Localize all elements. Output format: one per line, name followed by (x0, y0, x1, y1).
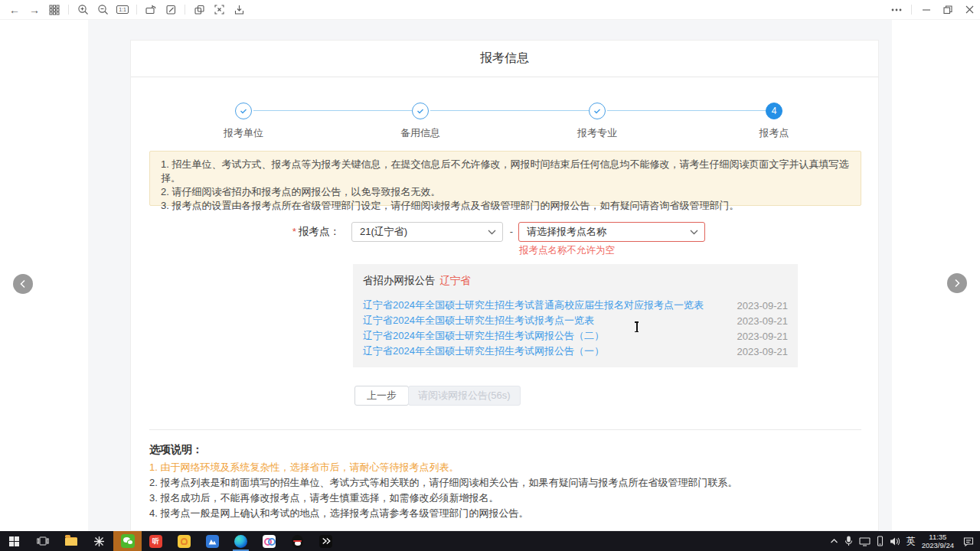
option-note: 2. 报考点列表是和前面填写的招生单位、考试方式等相关联的，请仔细阅读相关公告，… (149, 475, 861, 491)
exam-site-error: 报考点名称不允许为空 (519, 244, 615, 257)
next-image-button[interactable] (947, 273, 967, 293)
announcement-date: 2023-09-21 (737, 315, 789, 327)
taskbar: 听 (0, 531, 980, 551)
close-icon[interactable] (959, 1, 980, 19)
section-divider (149, 429, 861, 430)
chevron-right-icon (953, 279, 961, 288)
step-1-label: 报考单位 (198, 126, 289, 140)
step-3-check-icon (589, 103, 606, 119)
thumbnails-icon[interactable] (44, 2, 64, 18)
province-select-value: 21(辽宁省) (360, 225, 407, 239)
chevron-down-icon (690, 230, 698, 235)
stepper: 报考单位 备用信息 报考专业 4 (131, 77, 878, 151)
taskbar-apps: 听 (0, 531, 340, 551)
announcement-date: 2023-09-21 (737, 300, 789, 311)
announcements-list: 辽宁省2024年全国硕士研究生招生考试普通高校应届生报名对应报考点一览表 202… (363, 298, 788, 359)
system-tray: 英 11:35 2023/9/24 (830, 531, 980, 551)
task-view-icon (37, 536, 49, 546)
page-title: 报考信息 (480, 51, 529, 67)
announcements-heading: 省招办网报公告辽宁省 (363, 273, 788, 288)
minimize-icon[interactable] (916, 1, 937, 19)
edit-icon[interactable] (161, 2, 181, 18)
announcement-link[interactable]: 辽宁省2024年全国硕士研究生招生考试报考点一览表 (363, 314, 594, 328)
read-announcement-countdown-button: 请阅读网报公告(56s) (408, 386, 521, 406)
exam-site-select[interactable]: 请选择报考点名称 (518, 222, 705, 242)
file-explorer-button[interactable] (57, 531, 85, 551)
rings-app-button[interactable] (255, 531, 283, 551)
previous-step-button[interactable]: 上一步 (354, 386, 409, 406)
mountain-app-button[interactable] (198, 531, 227, 551)
capcut-button[interactable] (312, 531, 340, 551)
listen-app-icon: 听 (149, 535, 162, 548)
step-2-check-icon (412, 103, 429, 119)
forward-icon[interactable]: → (24, 2, 44, 18)
notice-box: 1. 招生单位、考试方式、报考点等为报考关键信息，在提交信息后不允许修改，网报时… (149, 151, 861, 206)
back-icon[interactable]: ← (5, 2, 24, 18)
required-asterisk: * (292, 226, 296, 237)
task-view-button[interactable] (28, 531, 57, 551)
zoom-out-icon[interactable] (93, 2, 113, 18)
notification-center-icon[interactable] (963, 536, 974, 546)
card-header: 报考信息 (131, 41, 878, 77)
previous-image-button[interactable] (13, 274, 33, 294)
rotate-icon[interactable] (141, 2, 161, 18)
clock-time: 11:35 (922, 533, 954, 541)
snip-app-icon (93, 536, 105, 547)
mountain-app-icon (206, 535, 219, 548)
snip-app-button[interactable] (85, 531, 113, 551)
wechat-button[interactable] (113, 531, 142, 551)
zoom-in-icon[interactable] (73, 2, 93, 18)
wechat-icon (121, 534, 135, 548)
step-3: 报考专业 (551, 103, 643, 140)
announcement-link[interactable]: 辽宁省2024年全国硕士研究生招生考试网报公告（二） (363, 329, 604, 343)
save-icon[interactable] (229, 2, 249, 18)
hidden-icons-chevron[interactable] (830, 538, 838, 544)
step-1-check-icon (235, 103, 252, 119)
application-info-card: 报考信息 报考单位 (130, 40, 879, 531)
option-note: 1. 由于网络环境及系统复杂性，选择省市后，请耐心等待报考点列表。 (149, 460, 861, 475)
announcement-row: 辽宁省2024年全国硕士研究生招生考试网报公告（二） 2023-09-21 (363, 328, 788, 344)
start-button[interactable] (0, 531, 28, 551)
step-4-label: 报考点 (728, 126, 820, 140)
capcut-icon (319, 535, 332, 548)
cat-app-icon (178, 535, 191, 548)
listen-app-button[interactable]: 听 (142, 531, 170, 551)
ime-indicator[interactable]: 英 (906, 535, 916, 548)
actual-size-icon[interactable]: 1:1 (113, 2, 132, 18)
toolbar-separator (68, 5, 69, 15)
announcement-link[interactable]: 辽宁省2024年全国硕士研究生招生考试普通高校应届生报名对应报考点一览表 (363, 298, 704, 312)
edge-icon (234, 535, 247, 548)
notice-line: 2. 请仔细阅读省招办和报考点的网报公告，以免导致报名无效。 (161, 185, 850, 199)
province-select[interactable]: 21(辽宁省) (351, 222, 503, 242)
microphone-icon[interactable] (844, 536, 853, 546)
cat-app-button[interactable] (170, 531, 198, 551)
options-list: 1. 由于网络环境及系统复杂性，选择省市后，请耐心等待报考点列表。 2. 报考点… (149, 460, 861, 521)
exam-site-select-value: 请选择报考点名称 (527, 225, 606, 239)
step-2-label: 备用信息 (374, 126, 466, 140)
maximize-icon[interactable] (937, 1, 959, 19)
image-viewer-area: 报考信息 报考单位 (0, 20, 980, 531)
registration-page: 报考信息 报考单位 (88, 20, 892, 531)
taskbar-clock[interactable]: 11:35 2023/9/24 (922, 533, 954, 549)
usb-device-icon[interactable] (877, 536, 884, 546)
announcement-link[interactable]: 辽宁省2024年全国硕士研究生招生考试网报公告（一） (363, 344, 604, 358)
viewer-toolbar: ← → (0, 2, 249, 18)
notice-line: 1. 招生单位、考试方式、报考点等为报考关键信息，在提交信息后不允许修改，网报时… (161, 158, 850, 185)
speaker-icon[interactable] (890, 536, 900, 546)
exam-site-label: *报考点： (269, 222, 340, 242)
qq-button[interactable] (283, 531, 312, 551)
clock-date: 2023/9/24 (922, 541, 954, 549)
announcement-date: 2023-09-21 (737, 331, 789, 342)
options-heading: 选项说明： (149, 443, 203, 457)
more-icon[interactable] (886, 1, 907, 19)
window-controls (886, 1, 980, 19)
chevron-down-icon (488, 230, 496, 235)
announcement-row: 辽宁省2024年全国硕士研究生招生考试报考点一览表 2023-09-21 (363, 313, 788, 328)
notice-line: 3. 报考点的设置由各报考点所在省级管理部门设定，请仔细阅读报考点及省级管理部门… (161, 199, 850, 213)
display-cast-icon[interactable] (859, 536, 871, 546)
copy-window-icon[interactable] (189, 2, 209, 18)
step-4: 4 报考点 (728, 103, 820, 140)
edge-button[interactable] (227, 531, 255, 551)
extract-text-icon[interactable] (209, 2, 229, 18)
step-3-label: 报考专业 (551, 126, 643, 140)
